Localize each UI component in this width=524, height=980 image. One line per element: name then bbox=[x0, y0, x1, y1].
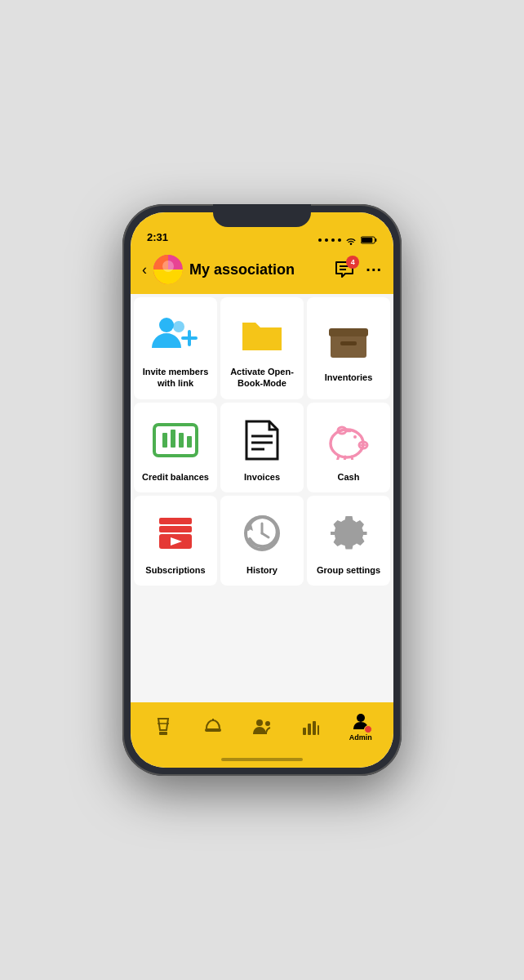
home-bar bbox=[221, 758, 303, 761]
svg-line-42 bbox=[262, 533, 269, 537]
bottom-navigation: Admin bbox=[131, 702, 393, 751]
notch bbox=[213, 204, 311, 227]
svg-rect-22 bbox=[187, 436, 192, 448]
svg-point-10 bbox=[173, 321, 184, 332]
phone-screen: 2:31 ‹ bbox=[131, 212, 393, 768]
content-area: Invite members with link Activate Open-B… bbox=[131, 294, 393, 702]
page-title: My association bbox=[189, 261, 295, 278]
history-label: History bbox=[246, 564, 278, 576]
drinks-nav-icon bbox=[154, 717, 172, 737]
grid-item-group-settings[interactable]: Group settings bbox=[307, 496, 390, 586]
admin-nav-label: Admin bbox=[349, 733, 372, 742]
svg-rect-52 bbox=[318, 725, 319, 735]
svg-point-48 bbox=[265, 721, 270, 726]
svg-line-32 bbox=[352, 457, 353, 460]
back-button[interactable]: ‹ bbox=[142, 261, 147, 278]
grid-item-cash[interactable]: Cash bbox=[307, 403, 390, 492]
nav-item-food[interactable] bbox=[188, 717, 237, 737]
svg-point-6 bbox=[162, 261, 174, 272]
credit-balances-label: Credit balances bbox=[142, 471, 209, 483]
grid-item-invite-members[interactable]: Invite members with link bbox=[134, 297, 217, 399]
wifi-icon bbox=[344, 235, 357, 245]
svg-line-30 bbox=[337, 456, 339, 460]
svg-rect-21 bbox=[179, 433, 184, 448]
phone-frame: 2:31 ‹ bbox=[122, 204, 402, 776]
grid-item-subscriptions[interactable]: Subscriptions bbox=[134, 496, 217, 586]
svg-line-31 bbox=[344, 457, 345, 460]
nav-item-admin[interactable]: Admin bbox=[336, 712, 385, 742]
header: ‹ My association bbox=[131, 248, 393, 294]
signal-dot4 bbox=[338, 238, 341, 242]
notifications-button[interactable]: 4 bbox=[335, 261, 354, 278]
header-right: 4 ··· bbox=[335, 261, 382, 279]
grid-item-activate-open-book[interactable]: Activate Open-Book-Mode bbox=[220, 297, 304, 399]
svg-rect-43 bbox=[159, 732, 167, 735]
members-nav-icon bbox=[251, 718, 273, 736]
more-button[interactable]: ··· bbox=[366, 261, 382, 279]
grid-item-history[interactable]: History bbox=[220, 496, 304, 586]
settings-icon bbox=[324, 509, 373, 558]
archive-icon bbox=[324, 316, 373, 365]
nav-item-stats[interactable] bbox=[286, 718, 335, 736]
svg-rect-1 bbox=[375, 238, 376, 242]
menu-grid: Invite members with link Activate Open-B… bbox=[134, 297, 390, 586]
header-left: ‹ My association bbox=[142, 255, 295, 284]
svg-rect-50 bbox=[308, 724, 311, 735]
invoices-label: Invoices bbox=[244, 471, 280, 483]
svg-rect-45 bbox=[205, 728, 221, 732]
folder-icon bbox=[238, 310, 286, 359]
grid-item-inventories[interactable]: Inventories bbox=[307, 297, 390, 399]
notification-badge: 4 bbox=[346, 256, 359, 269]
signal-dot1 bbox=[318, 238, 322, 242]
subscriptions-icon bbox=[151, 509, 200, 558]
svg-point-53 bbox=[357, 714, 365, 722]
nav-item-drinks[interactable] bbox=[139, 717, 188, 737]
history-icon bbox=[238, 509, 286, 558]
svg-rect-49 bbox=[303, 728, 306, 735]
svg-rect-51 bbox=[313, 721, 316, 735]
grid-item-credit-balances[interactable]: Credit balances bbox=[134, 403, 217, 492]
status-time: 2:31 bbox=[147, 231, 168, 245]
invite-icon bbox=[151, 310, 200, 359]
battery-icon bbox=[361, 235, 377, 245]
svg-rect-20 bbox=[171, 430, 175, 448]
group-settings-label: Group settings bbox=[317, 564, 380, 576]
food-nav-icon bbox=[203, 717, 223, 737]
signal-dot3 bbox=[331, 238, 335, 242]
credit-icon bbox=[151, 416, 200, 465]
cash-icon bbox=[324, 416, 373, 465]
svg-rect-17 bbox=[340, 341, 357, 345]
svg-rect-19 bbox=[162, 433, 167, 448]
invoice-icon bbox=[238, 416, 286, 465]
svg-rect-35 bbox=[159, 518, 192, 524]
inventories-label: Inventories bbox=[325, 372, 373, 383]
invite-members-label: Invite members with link bbox=[140, 366, 211, 390]
admin-badge bbox=[364, 725, 372, 733]
grid-item-invoices[interactable]: Invoices bbox=[220, 403, 304, 492]
svg-rect-16 bbox=[329, 328, 368, 336]
svg-point-28 bbox=[353, 435, 357, 439]
svg-rect-2 bbox=[362, 238, 372, 243]
cash-label: Cash bbox=[338, 471, 360, 483]
svg-rect-14 bbox=[242, 327, 282, 350]
stats-nav-icon bbox=[302, 718, 320, 736]
svg-rect-36 bbox=[159, 526, 192, 532]
home-indicator bbox=[131, 751, 393, 768]
activate-open-book-label: Activate Open-Book-Mode bbox=[227, 366, 297, 390]
avatar[interactable] bbox=[153, 255, 183, 284]
svg-point-9 bbox=[159, 318, 174, 332]
subscriptions-label: Subscriptions bbox=[145, 564, 205, 576]
nav-item-members[interactable] bbox=[238, 718, 286, 736]
svg-point-47 bbox=[256, 719, 263, 726]
signal-dot2 bbox=[325, 238, 328, 242]
status-icons bbox=[318, 235, 377, 245]
